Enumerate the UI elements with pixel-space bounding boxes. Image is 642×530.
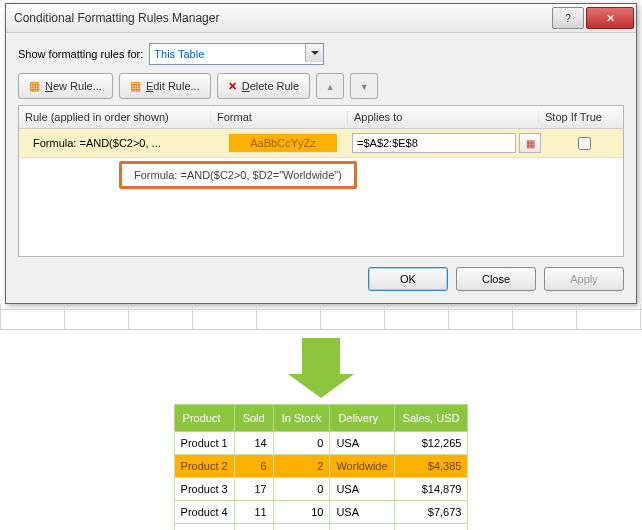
arrow-up-icon (326, 80, 335, 92)
new-rule-button[interactable]: New Rule... (18, 73, 113, 99)
scope-select[interactable]: This Table (149, 43, 324, 65)
format-preview: AaBbCcYyZz (229, 134, 337, 152)
rules-header: Rule (applied in order shown) Format App… (19, 106, 623, 129)
col-header: In Stock (273, 405, 330, 432)
spreadsheet-grid-bg (0, 304, 642, 330)
chevron-down-icon (305, 44, 323, 62)
rule-applies-cell (348, 133, 545, 153)
dialog-title: Conditional Formatting Rules Manager (14, 11, 552, 25)
arrow-down-icon (360, 80, 369, 92)
stop-if-true-checkbox[interactable] (578, 137, 591, 150)
table-row[interactable]: Product 1140USA$12,265 (174, 432, 468, 455)
edit-rule-icon (130, 79, 141, 93)
col-header-stop: Stop If True (538, 111, 623, 123)
applies-to-input[interactable] (352, 133, 516, 153)
close-window-button[interactable] (586, 7, 634, 29)
col-header: Sales, USD (394, 405, 468, 432)
col-header-applies: Applies to (347, 111, 538, 123)
result-arrow (0, 338, 642, 374)
range-picker-button[interactable] (519, 133, 541, 153)
edit-rule-button[interactable]: Edit Rule... (119, 73, 211, 99)
new-rule-icon (29, 79, 40, 93)
scope-label: Show formatting rules for: (18, 48, 143, 60)
table-row[interactable]: Product 5160Worldwide$8,702 (174, 524, 468, 531)
formula-tooltip: Formula: =AND($C2>0, $D2="Worldwide") (119, 161, 357, 189)
table-row[interactable]: Product 41110USA$7,673 (174, 501, 468, 524)
delete-rule-button[interactable]: Delete Rule (217, 73, 311, 99)
table-header-row: ProductSoldIn StockDeliverySales, USD (174, 405, 468, 432)
rules-list: Rule (applied in order shown) Format App… (18, 105, 624, 257)
rule-format-cell: AaBbCcYyZz (218, 134, 348, 152)
rule-formula-cell: Formula: =AND($C2>0, ... (19, 137, 218, 149)
close-button[interactable]: Close (456, 267, 536, 291)
move-up-button[interactable] (316, 73, 344, 99)
rule-stop-cell (545, 134, 623, 153)
ok-button[interactable]: OK (368, 267, 448, 291)
help-button[interactable] (552, 7, 584, 29)
rules-manager-dialog: Conditional Formatting Rules Manager Sho… (5, 3, 637, 304)
result-table: ProductSoldIn StockDeliverySales, USD Pr… (174, 404, 469, 530)
col-header: Product (174, 405, 234, 432)
move-down-button[interactable] (350, 73, 378, 99)
rule-row[interactable]: Formula: =AND($C2>0, ... AaBbCcYyZz (19, 129, 623, 158)
delete-icon (228, 80, 237, 93)
table-row[interactable]: Product 3170USA$14,879 (174, 478, 468, 501)
col-header-rule: Rule (applied in order shown) (19, 111, 210, 123)
apply-button: Apply (544, 267, 624, 291)
table-row[interactable]: Product 262Worldwide$4,385 (174, 455, 468, 478)
col-header: Sold (234, 405, 273, 432)
titlebar: Conditional Formatting Rules Manager (6, 4, 636, 33)
col-header: Delivery (330, 405, 394, 432)
col-header-format: Format (210, 111, 347, 123)
